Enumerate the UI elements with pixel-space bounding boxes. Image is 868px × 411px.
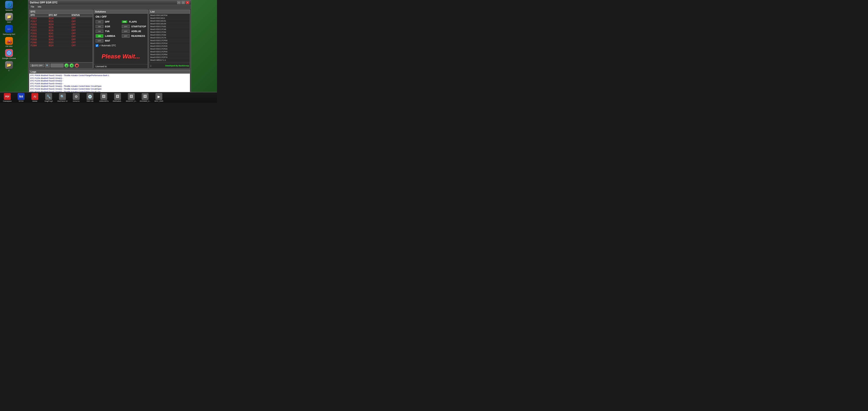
solutions-panel: Solutions ON / OFF ON DPF ON FLAPS ON xyxy=(94,10,148,69)
lambda-label: LAMBDA xyxy=(105,35,120,37)
video-icon: ▶ xyxy=(155,93,162,100)
egr-label: EGR xyxy=(105,25,120,28)
table-row[interactable]: P20228226OFF xyxy=(29,29,93,32)
chrome-label: Google Chrome xyxy=(2,57,16,59)
nav-stop-button[interactable]: ⏹ xyxy=(75,63,79,68)
taskbar-item-img[interactable]: 🖼 1306c0357a xyxy=(97,93,110,102)
desktop-icon-c[interactable]: 📂 C xyxy=(0,61,18,72)
minimize-button[interactable]: ─ xyxy=(177,1,181,4)
list-content[interactable]: Bosch EDC16CP34Bosch EDC16U1Bosch EDC16U… xyxy=(149,13,190,63)
adblue-label: ADBLUE xyxy=(131,30,141,32)
solution-row-maf: OFF MAF xyxy=(96,39,146,42)
search-input[interactable] xyxy=(51,63,63,67)
list-item[interactable]: Bosch EDC17CP44 xyxy=(149,51,189,53)
flaps-toggle-on[interactable]: ON xyxy=(122,21,127,23)
list-nav-icon[interactable]: ↕ xyxy=(150,64,152,68)
nav-up-button[interactable]: ▲ xyxy=(64,63,69,68)
readiness-toggle-off[interactable]: OFF xyxy=(122,34,130,38)
on-off-title: ON / OFF xyxy=(96,15,146,18)
taskbar-item-icona[interactable]: ⚙ icona.ico xyxy=(70,93,83,102)
list-item[interactable]: Bosch EDC17CP24 xyxy=(149,48,189,51)
list-item[interactable]: Bosch EDC17CP04 xyxy=(149,39,189,42)
list-item[interactable]: Bosch MED17.1.1 xyxy=(149,59,189,62)
desktop-icon-vw[interactable]: 🚗 VW Wor xyxy=(0,37,18,48)
startstop-label: START\STOP xyxy=(131,25,146,28)
taskbar-item-img4[interactable]: 🖼 20220809_0... xyxy=(138,93,152,102)
list-footer: ↕ Developed By BackGroup xyxy=(149,63,190,68)
table-row[interactable]: P20168214OFF xyxy=(29,17,93,20)
table-row[interactable]: P20218225OFF xyxy=(29,26,93,29)
licensed-to-label: Licensed to: xyxy=(96,65,107,68)
list-item[interactable]: Bosch EDC16U34 xyxy=(149,22,189,25)
dtc-toolbar: ⏻ DTC OFF 🔍 ▲ ▼ ⏹ xyxy=(29,62,93,68)
licensed-to: Licensed to: xyxy=(94,64,148,68)
table-row[interactable]: P20318241OFF xyxy=(29,32,93,35)
tva-label: TVA xyxy=(105,30,120,32)
desktop-icon-network[interactable]: 🌐 Network xyxy=(0,0,18,11)
taskbar-item-oto[interactable]: 🔍 OtoCheck V2 xyxy=(56,93,69,102)
log-line: DTC P2100 disabled! found 2 time(s) - Th… xyxy=(30,88,189,90)
taskbar-label: 6fd33a8e8... xyxy=(113,100,122,102)
maf-toggle-off[interactable]: OFF xyxy=(96,39,103,42)
table-row[interactable]: P20338243OFF xyxy=(29,38,93,41)
menu-file[interactable]: File xyxy=(29,6,36,8)
taskbar-label: Adobe xyxy=(32,100,37,102)
taskbar-item-adobe[interactable]: Ai Adobe xyxy=(28,93,41,102)
search-button[interactable]: 🔍 xyxy=(45,63,50,67)
desktop-icon-samsung[interactable]: DeX Samsung DeX xyxy=(0,25,18,36)
dpf-toggle-on[interactable]: ON xyxy=(96,20,103,24)
list-item[interactable]: Bosch EDC17C64 xyxy=(149,34,189,36)
log-line: DTC P0638 disabled! found 2 time(s) - Th… xyxy=(30,74,189,77)
auto-dtc-checkbox[interactable] xyxy=(96,44,98,47)
nav-down-button[interactable]: ▼ xyxy=(69,63,74,68)
table-row[interactable]: P20808320OFF xyxy=(29,41,93,44)
solution-row-egr: ON EGR OFF START\STOP xyxy=(96,25,146,28)
list-item[interactable]: Bosch EDC17C54 xyxy=(149,31,189,34)
taskbar-label: icona.ico xyxy=(73,100,80,102)
adblue-toggle-off[interactable]: OFF xyxy=(122,30,130,33)
app-title: DaVinci DPF EGR DTC xyxy=(30,1,58,4)
list-item[interactable]: Bosch EDC17U01 xyxy=(149,25,189,28)
svg-point-4 xyxy=(8,52,10,54)
vw-label: VW Wor xyxy=(5,45,12,48)
svg-text:DeX: DeX xyxy=(7,28,11,30)
taskbar-item-video[interactable]: ▶ MOV_0345 xyxy=(152,93,165,102)
list-item[interactable]: Bosch EDC16U1 xyxy=(149,17,189,20)
taskbar-item-vms[interactable]: 💿 VMS Lite xyxy=(84,93,96,102)
table-row[interactable]: P20848324OFF xyxy=(29,44,93,47)
list-item[interactable]: Bosch EDC16CP34 xyxy=(149,14,189,17)
taskbar-item-n4[interactable]: N4 NYO4 xyxy=(14,93,28,102)
lambda-toggle-on[interactable]: ON xyxy=(96,34,103,38)
list-item[interactable]: Bosch EDC17C46 xyxy=(149,28,189,31)
top-panels: DTC DTC DTC INT STATUS P20168 xyxy=(28,9,191,70)
close-button[interactable]: ✕ xyxy=(186,1,189,4)
table-row[interactable]: P20208224OFF xyxy=(29,23,93,26)
taskbar-item-diag[interactable]: 🔧 DiagProg3 xyxy=(42,93,55,102)
list-item[interactable]: Bosch EDC17CP54 xyxy=(149,53,189,56)
list-item[interactable]: Bosch EDC17CP74 xyxy=(149,56,189,59)
taskbar-label: 20220727_0... xyxy=(126,100,137,102)
list-item[interactable]: Bosch EDC16U31 xyxy=(149,20,189,22)
desktop-icon-ond[interactable]: 📁 OnD xyxy=(0,12,18,24)
dtc-off-button[interactable]: ⏻ DTC OFF xyxy=(30,64,44,67)
table-row[interactable]: P20328242OFF xyxy=(29,35,93,38)
startstop-toggle-off[interactable]: OFF xyxy=(122,25,130,28)
taskbar-label: OtoCheck V2 xyxy=(57,100,68,102)
desktop-icon-chrome[interactable]: Google Chrome xyxy=(0,49,18,60)
taskbar-item-img2[interactable]: 🖼 6fd33a8e8... xyxy=(111,93,124,102)
c-icon: 📂 xyxy=(5,61,13,69)
maximize-button[interactable]: □ xyxy=(182,1,185,4)
pdf-icon: PDF xyxy=(4,93,11,100)
table-row[interactable]: P20178215OFF xyxy=(29,20,93,23)
img2-icon: 🖼 xyxy=(114,93,121,100)
tva-toggle-on[interactable]: ON xyxy=(96,30,103,33)
taskbar-item-pdf[interactable]: PDF Сканиране xyxy=(1,93,14,102)
list-item[interactable]: Bosch EDC17C74 xyxy=(149,36,189,39)
menu-bar: File Info xyxy=(28,5,191,9)
samsung-label: Samsung DeX xyxy=(3,33,15,35)
menu-info[interactable]: Info xyxy=(36,6,43,8)
list-item[interactable]: Bosch EDC17CP20 xyxy=(149,45,189,48)
taskbar-item-img3[interactable]: 🖼 20220727_0... xyxy=(125,93,138,102)
list-item[interactable]: Bosch EDC17CP14 xyxy=(149,42,189,45)
egr-toggle-on[interactable]: ON xyxy=(96,25,103,28)
